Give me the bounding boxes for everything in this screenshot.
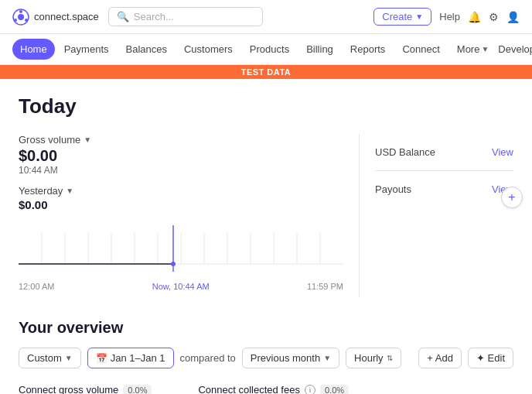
tab-billing[interactable]: Billing <box>298 39 341 60</box>
plus-icon: + <box>508 190 515 204</box>
search-icon: 🔍 <box>117 11 129 22</box>
today-title: Today <box>19 94 513 118</box>
previous-month-filter[interactable]: Previous month ▼ <box>242 348 339 368</box>
connect-gross-volume-label: Connect gross volume <box>19 384 118 394</box>
tab-home[interactable]: Home <box>12 39 55 60</box>
calendar-icon: 📅 <box>96 353 107 364</box>
tab-payments[interactable]: Payments <box>56 39 117 60</box>
overview-section: Your overview Custom ▼ 📅 Jan 1–Jan 1 com… <box>19 319 513 394</box>
svg-point-1 <box>18 14 24 20</box>
help-button[interactable]: Help <box>439 11 460 22</box>
bottom-metrics: Connect gross volume 0.0% $0.00 $0.00 pr… <box>19 384 513 394</box>
metrics-right: USD Balance View Payouts View <box>359 134 513 297</box>
metrics-row: Gross volume ▼ $0.00 10:44 AM Yesterday … <box>19 134 513 297</box>
compared-to-label: compared to <box>180 352 236 364</box>
chart-labels: 12:00 AM Now, 10:44 AM 11:59 PM <box>19 282 343 291</box>
notifications-button[interactable]: 🔔 <box>468 11 481 23</box>
gross-volume-time: 10:44 AM <box>19 165 343 176</box>
yesterday-value: $0.00 <box>19 198 73 211</box>
filters-right: + Add ✦ Edit <box>418 348 513 368</box>
chart-svg <box>19 218 343 279</box>
tab-more[interactable]: More ▼ <box>449 39 497 60</box>
gear-icon: ⚙ <box>489 11 499 23</box>
yesterday-label: Yesterday ▼ <box>19 185 73 197</box>
svg-point-3 <box>14 19 17 22</box>
chart-start-label: 12:00 AM <box>19 282 54 291</box>
user-button[interactable]: 👤 <box>506 11 520 23</box>
svg-point-4 <box>25 19 28 22</box>
chevron-down-icon[interactable]: ▼ <box>84 135 91 144</box>
connect-collected-fees-label: Connect collected fees <box>198 384 300 394</box>
payouts-label: Payouts <box>375 183 411 195</box>
connect-collected-fees-header: Connect collected fees i 0.0% <box>198 384 349 394</box>
gross-volume-metric: Gross volume ▼ $0.00 10:44 AM <box>19 134 343 176</box>
usd-balance-view-link[interactable]: View <box>492 146 513 158</box>
info-icon[interactable]: i <box>305 385 315 395</box>
search-bar[interactable]: 🔍 Search... <box>108 7 263 26</box>
yesterday-metric-row: Yesterday ▼ $0.00 <box>19 185 343 211</box>
main-content: Today Gross volume ▼ $0.00 10:44 AM Yest… <box>0 79 532 394</box>
gross-volume-label: Gross volume ▼ <box>19 134 343 146</box>
edit-button[interactable]: ✦ Edit <box>468 348 513 368</box>
chevron-down-icon: ▼ <box>481 45 489 53</box>
chart-container: 12:00 AM Now, 10:44 AM 11:59 PM <box>19 218 343 291</box>
gross-volume-value: $0.00 <box>19 147 343 165</box>
chart-end-label: 11:59 PM <box>307 282 343 291</box>
chart-now-label: Now, 10:44 AM <box>152 282 210 291</box>
custom-filter[interactable]: Custom ▼ <box>19 348 81 368</box>
logo-text: connect.space <box>34 11 99 22</box>
svg-point-20 <box>171 262 176 266</box>
tab-balances[interactable]: Balances <box>118 39 175 60</box>
chevron-up-down-icon: ⇅ <box>387 354 393 362</box>
test-data-banner: TEST DATA <box>0 65 532 79</box>
developers-button[interactable]: Developers <box>498 43 532 55</box>
expand-button[interactable]: + <box>501 187 523 208</box>
logo: connect.space <box>12 9 99 26</box>
top-bar-right: Create ▼ Help 🔔 ⚙ 👤 <box>373 8 520 26</box>
filters-row: Custom ▼ 📅 Jan 1–Jan 1 compared to Previ… <box>19 348 513 368</box>
date-range-filter[interactable]: 📅 Jan 1–Jan 1 <box>87 348 174 368</box>
chevron-down-icon: ▼ <box>323 354 331 362</box>
settings-button[interactable]: ⚙ <box>489 11 499 23</box>
create-button[interactable]: Create ▼ <box>373 8 431 26</box>
payouts-metric: Payouts View <box>375 171 513 207</box>
user-icon: 👤 <box>506 11 520 23</box>
usd-balance-metric: USD Balance View <box>375 134 513 171</box>
metric-left: Gross volume ▼ $0.00 10:44 AM Yesterday … <box>19 134 343 297</box>
tab-reports[interactable]: Reports <box>343 39 394 60</box>
hourly-filter[interactable]: Hourly ⇅ <box>346 348 401 368</box>
tab-customers[interactable]: Customers <box>176 39 240 60</box>
chevron-down-icon: ▼ <box>65 354 73 362</box>
tab-connect[interactable]: Connect <box>394 39 447 60</box>
connect-gross-volume-metric: Connect gross volume 0.0% $0.00 $0.00 pr… <box>19 384 152 394</box>
add-button[interactable]: + Add <box>418 348 462 368</box>
connect-gross-volume-header: Connect gross volume 0.0% <box>19 384 152 394</box>
svg-point-2 <box>19 10 22 13</box>
overview-title: Your overview <box>19 319 513 337</box>
top-bar: connect.space 🔍 Search... Create ▼ Help … <box>0 0 532 34</box>
chevron-down-icon: ▼ <box>415 12 423 21</box>
connect-collected-fees-badge: 0.0% <box>320 385 349 395</box>
usd-balance-label: USD Balance <box>375 146 435 158</box>
nav-tabs: Home Payments Balances Customers Product… <box>0 34 532 65</box>
logo-icon <box>12 9 29 26</box>
chevron-down-icon[interactable]: ▼ <box>66 187 73 195</box>
connect-gross-volume-badge: 0.0% <box>123 385 152 395</box>
search-placeholder: Search... <box>134 11 174 22</box>
yesterday-metric: Yesterday ▼ $0.00 <box>19 185 73 211</box>
connect-collected-fees-metric: Connect collected fees i 0.0% $0.00 $0.0… <box>198 384 349 394</box>
bell-icon: 🔔 <box>468 11 481 23</box>
tab-products[interactable]: Products <box>242 39 297 60</box>
nav-right: Developers <box>498 42 532 57</box>
